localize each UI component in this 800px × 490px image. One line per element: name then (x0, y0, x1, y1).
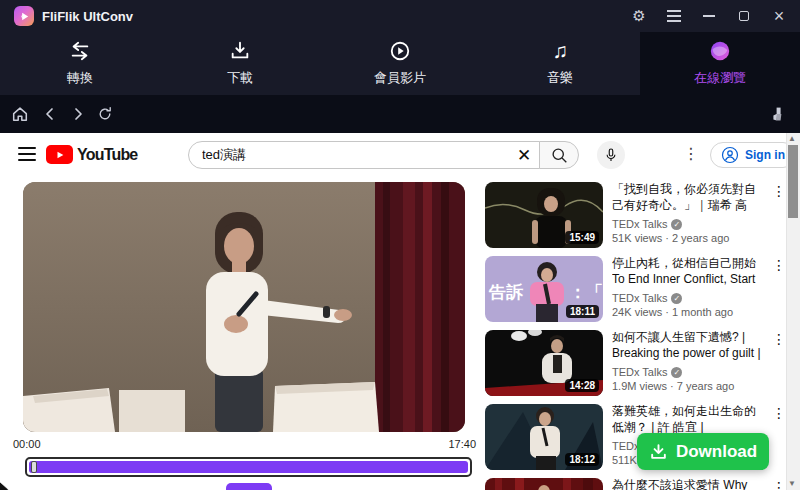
video-thumbnail[interactable]: 告訴 ：「 18:11 (485, 256, 603, 322)
tab-music-label: 音樂 (547, 69, 573, 87)
video-title[interactable]: 如何不讓人生留下遺憾? | Breaking the power of guil… (612, 330, 764, 362)
maximize-button[interactable] (731, 3, 757, 29)
video-channel[interactable]: TEDx Talks✓ (612, 292, 764, 304)
video-list-item[interactable]: 為什麼不該追求愛情 Why shouldn't we "pursue" love… (485, 478, 785, 490)
svg-text:告訴: 告訴 (488, 283, 523, 302)
timeline-handle[interactable] (31, 461, 37, 473)
tab-online-browse-label: 在線瀏覽 (694, 69, 746, 87)
titlebar: FliFlik UltConv ⚙ × (0, 0, 800, 32)
download-button[interactable]: Download (637, 433, 769, 470)
scroll-up-icon[interactable]: ▲ (788, 134, 796, 143)
home-icon[interactable] (8, 102, 32, 126)
minimize-button[interactable] (696, 3, 722, 29)
video-options-icon[interactable]: ⋮ (772, 332, 786, 346)
search-box: ✕ (188, 141, 540, 169)
timeline-progress (29, 461, 468, 473)
search-input[interactable] (189, 148, 509, 163)
main-tabs: 轉換 下載 會員影片 ♫ 音樂 在線瀏覽 (0, 32, 800, 95)
person-icon (721, 146, 739, 164)
sign-in-label: Sign in (745, 148, 785, 162)
video-list-item[interactable]: 15:49 「找到自我，你必須先對自己有好奇心。」｜瑞希 高｜... TEDx … (485, 182, 785, 248)
fliflik-window: FliFlik UltConv ⚙ × 轉換 下載 (0, 0, 800, 490)
youtube-play-icon (46, 145, 73, 164)
voice-search-button[interactable] (597, 141, 625, 169)
download-icon (229, 40, 251, 62)
video-meta: 1.9M views · 7 years ago (612, 380, 764, 392)
video-meta: 24K views · 1 month ago (612, 306, 764, 318)
close-button[interactable]: × (766, 3, 792, 29)
tab-download[interactable]: 下載 (160, 32, 320, 95)
verified-icon: ✓ (671, 219, 682, 230)
clear-brush-icon[interactable] (763, 102, 787, 126)
browser-toolbar (0, 95, 800, 133)
video-thumbnail[interactable] (485, 478, 603, 490)
back-icon[interactable] (38, 102, 62, 126)
youtube-menu-icon[interactable] (18, 147, 36, 161)
mouse-cursor (0, 481, 12, 490)
svg-text:：「: ：「 (569, 283, 603, 302)
app-title: FliFlik UltConv (42, 9, 133, 24)
video-title[interactable]: 落難英雄，如何走出生命的低潮？ | 許 皓宜 | TEDxTainan (612, 404, 764, 436)
scrollbar-thumb[interactable] (788, 145, 798, 218)
globe-icon (709, 40, 731, 62)
download-button-label: Download (676, 442, 757, 462)
video-channel[interactable]: TEDx Talks✓ (612, 218, 764, 230)
tab-member-videos-label: 會員影片 (374, 69, 426, 87)
swap-icon (69, 40, 91, 62)
video-options-icon[interactable]: ⋮ (772, 258, 786, 272)
video-duration-badge: 18:11 (566, 305, 599, 318)
video-list-item[interactable]: 14:28 如何不讓人生留下遺憾? | Breaking the power o… (485, 330, 785, 396)
clear-search-icon[interactable]: ✕ (509, 145, 539, 166)
play-circle-icon (389, 40, 411, 62)
tab-music[interactable]: ♫ 音樂 (480, 32, 640, 95)
sign-in-button[interactable]: Sign in (710, 142, 796, 168)
tab-convert-label: 轉換 (67, 69, 93, 87)
video-player[interactable] (23, 182, 465, 432)
video-thumbnail[interactable]: 14:28 (485, 330, 603, 396)
search-button[interactable] (539, 141, 579, 169)
video-options-icon[interactable]: ⋮ (772, 406, 786, 420)
download-icon (649, 442, 668, 461)
video-frame-speaker (23, 182, 465, 432)
youtube-logo[interactable]: YouTube (46, 145, 137, 164)
tab-online-browse[interactable]: 在線瀏覽 (640, 32, 800, 95)
verified-icon: ✓ (671, 293, 682, 304)
timeline-slider[interactable] (25, 457, 472, 477)
app-menu-icon[interactable] (661, 3, 687, 29)
video-meta: 51K views · 2 years ago (612, 232, 764, 244)
youtube-more-icon[interactable]: ⋮ (681, 144, 701, 166)
video-title[interactable]: 停止內耗，從相信自己開始 To End Inner Conflict, Star… (612, 256, 764, 288)
trim-start-time: 00:00 (13, 438, 41, 450)
settings-gear-icon[interactable]: ⚙ (626, 3, 652, 29)
tab-convert[interactable]: 轉換 (0, 32, 160, 95)
search-icon (551, 147, 568, 164)
video-options-icon[interactable]: ⋮ (772, 480, 786, 490)
mic-icon (604, 148, 618, 162)
music-icon: ♫ (552, 40, 568, 62)
video-thumbnail[interactable]: 15:49 (485, 182, 603, 248)
video-options-icon[interactable]: ⋮ (772, 184, 786, 198)
youtube-logo-text: YouTube (77, 146, 137, 164)
video-list-item[interactable]: 告訴 ：「 18:11 停止內耗，從相信自己開始 To End Inner Co… (485, 256, 785, 322)
video-title[interactable]: 「找到自我，你必須先對自己有好奇心。」｜瑞希 高｜... (612, 182, 764, 214)
video-duration-badge: 18:12 (565, 453, 599, 466)
video-duration-badge: 15:49 (565, 231, 599, 244)
video-channel[interactable]: TEDx Talks✓ (612, 366, 764, 378)
forward-icon[interactable] (66, 102, 90, 126)
app-logo-icon (14, 6, 34, 26)
video-duration-badge: 14:28 (565, 379, 599, 392)
verified-icon: ✓ (671, 367, 682, 378)
scroll-down-icon[interactable]: ▼ (788, 479, 796, 488)
trim-end-time: 17:40 (432, 438, 476, 450)
app-header: FliFlik UltConv ⚙ × 轉換 下載 (0, 0, 800, 95)
video-thumbnail[interactable]: 18:12 (485, 404, 603, 470)
refresh-icon[interactable] (93, 102, 117, 126)
video-title[interactable]: 為什麼不該追求愛情 Why shouldn't we "pursue" love… (612, 478, 764, 490)
trim-action-button[interactable] (226, 483, 272, 490)
tab-download-label: 下載 (227, 69, 253, 87)
tab-member-videos[interactable]: 會員影片 (320, 32, 480, 95)
